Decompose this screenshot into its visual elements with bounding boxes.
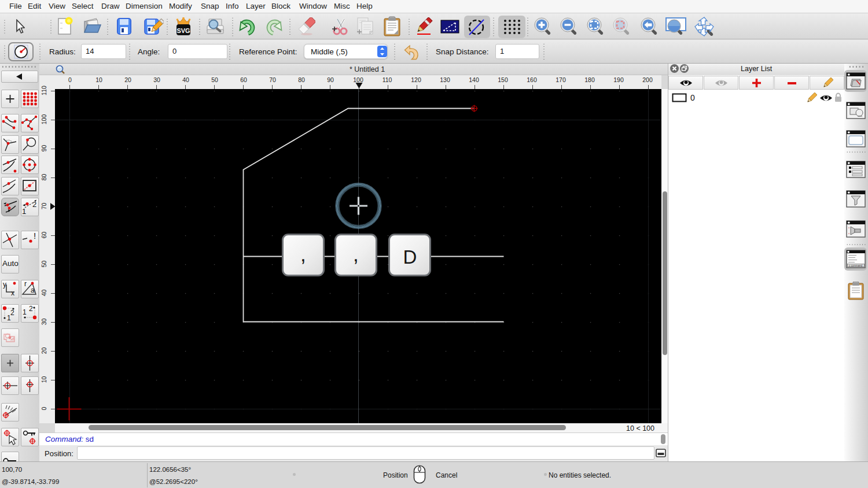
- svg-text:c command: c command: [849, 264, 863, 267]
- svg-text:2: 2: [29, 305, 33, 313]
- svg-text:a: a: [31, 286, 35, 294]
- svg-text:1: 1: [22, 207, 26, 216]
- svg-text:SVG: SVG: [176, 27, 190, 34]
- svg-text:1: 1: [23, 308, 27, 316]
- svg-text:2: 2: [10, 309, 14, 317]
- svg-text:!: !: [34, 231, 36, 241]
- svg-text:r: r: [24, 280, 27, 288]
- svg-text:2: 2: [32, 200, 36, 209]
- svg-text:y: y: [3, 280, 6, 289]
- svg-text:x: x: [11, 289, 14, 297]
